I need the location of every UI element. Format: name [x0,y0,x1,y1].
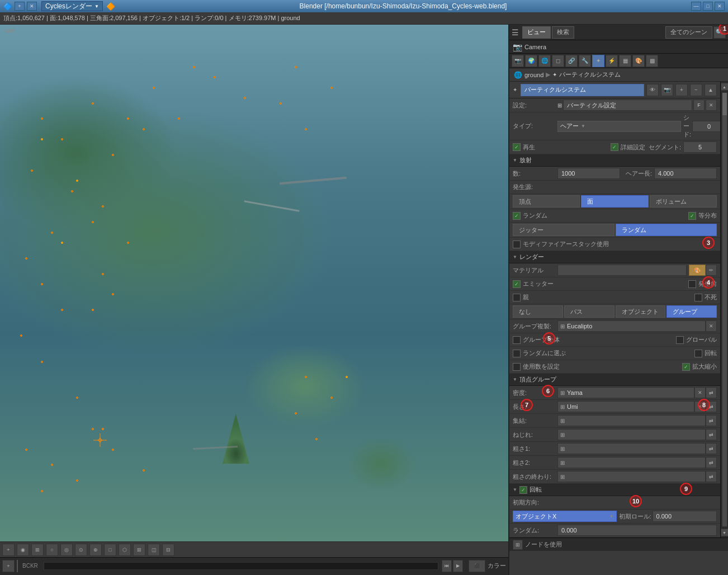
material-field[interactable] [557,265,687,276]
length-field[interactable]: ⊞ Umi [557,401,694,412]
viewport-btn-11[interactable]: ◫ [148,544,160,556]
source-vertex-btn[interactable]: 頂点 [513,195,580,208]
tab-all-scenes[interactable]: 全てのシーン [665,26,712,39]
minimize-btn[interactable]: — [691,2,701,11]
rough2-field[interactable]: ⊞ [557,457,706,468]
render-group-btn[interactable]: グループ [666,305,717,318]
tab-view[interactable]: ビュー [522,26,551,39]
viewport-btn-10[interactable]: ⊞ [133,544,145,556]
emission-section[interactable]: ▼ 放射 [509,154,720,167]
clump-swap-btn[interactable]: ⇄ [706,415,717,426]
render-path-btn[interactable]: パス [564,305,614,318]
modstack-checkbox[interactable] [513,241,521,248]
ps-eye-btn[interactable]: 👁 [646,84,659,96]
vertex-groups-section[interactable]: ▼ 頂点グループ [509,374,720,386]
random-dist-btn[interactable]: ランダム [616,224,717,236]
render-none-btn[interactable]: なし [513,305,563,318]
density-field[interactable]: ⊞ Yama [557,387,694,398]
view-menu[interactable]: + [2,560,15,572]
seed-value[interactable]: 0 [692,121,720,132]
timeline-bar[interactable] [44,562,438,570]
title-btn-1[interactable]: + [15,2,25,11]
length-x-btn[interactable]: ✕ [694,401,706,412]
material-edit-btn[interactable]: ✏ [706,265,717,276]
viewport-btn-9[interactable]: ⬡ [119,544,131,556]
rough1-swap-btn[interactable]: ⇄ [706,443,717,454]
parent-checkbox[interactable] [513,294,521,301]
play-btn[interactable]: ▶ [453,560,463,572]
viewport-btn-8[interactable]: □ [104,544,116,556]
group-dup-field[interactable]: ⊞ Eucalipto [557,321,706,332]
playback-checkbox[interactable]: ✓ [513,143,521,151]
length-swap-btn[interactable]: ⇄ [706,401,717,412]
use-count-checkbox[interactable] [513,363,521,371]
birth-checkbox[interactable] [688,280,696,288]
count-value[interactable]: 1000 [557,168,620,179]
ps-render-btn[interactable]: 📷 [661,84,673,96]
viewport-btn-5[interactable]: ◎ [60,544,73,556]
source-face-btn[interactable]: 面 [581,195,648,208]
rotation-section[interactable]: ▼ ✓ 回転 9 [509,484,720,496]
texture-icon[interactable]: ▩ [646,55,658,67]
emitter-checkbox[interactable]: ✓ [513,280,521,288]
settings-x-btn[interactable]: ✕ [706,100,717,111]
play-start-btn[interactable]: ⏮ [442,560,452,572]
maximize-btn[interactable]: □ [703,2,713,11]
density-x-btn[interactable]: ✕ [694,387,706,398]
viewport-btn-2[interactable]: ◉ [17,544,29,556]
random-checkbox[interactable]: ✓ [513,212,521,220]
detail-checkbox[interactable]: ✓ [611,143,618,151]
twist-swap-btn[interactable]: ⇄ [706,429,717,440]
scroll-down-btn[interactable]: ▼ [721,529,729,536]
material-icon[interactable]: 🎨 [632,55,645,67]
viewport-btn-12[interactable]: ⊟ [162,544,174,556]
rough2-swap-btn[interactable]: ⇄ [706,457,717,468]
viewport-btn-6[interactable]: ⊙ [75,544,87,556]
ps-up-btn[interactable]: ▲ [705,84,717,96]
physics-icon[interactable]: ⚡ [606,55,618,67]
initial-roll-value[interactable]: 0.000 [653,511,717,522]
settings-f-btn[interactable]: F [693,100,705,111]
modifier-icon[interactable]: 🔧 [579,55,591,67]
twist-field[interactable]: ⊞ [557,429,706,440]
rough-end-swap-btn[interactable]: ⇄ [706,471,717,482]
rough1-field[interactable]: ⊞ [557,443,706,454]
rotation-checkbox[interactable]: ✓ [519,486,527,494]
group-x-btn[interactable]: ✕ [706,321,717,332]
world-icon[interactable]: 🌐 [538,55,551,67]
hair-length-value[interactable]: 4.000 [654,168,717,179]
segment-value[interactable]: 5 [683,142,717,153]
mode-dropdown[interactable]: Cyclesレンダー ▼ [41,1,103,11]
type-dropdown[interactable]: ヘアー ▼ [557,121,681,132]
scroll-track[interactable] [722,92,727,527]
render-icon[interactable]: 📷 [512,55,524,67]
panel-menu-icon[interactable]: ☰ [512,28,519,37]
initial-dir-dropdown[interactable]: オブジェクトX ▼ [513,511,617,522]
render-object-btn[interactable]: オブジェクト [616,305,666,318]
particle-icon[interactable]: ✦ [592,55,604,67]
viewport-btn-4[interactable]: ○ [46,544,58,556]
search-btn[interactable]: 🔍 1 [713,26,726,39]
viewport-3d[interactable]: cam + ◉ ⊞ ○ ◎ ⊙ ⊕ □ ⬡ ⊞ ◫ ⊟ + BCKR ⏮ ▶ [0,25,508,575]
rotate-checkbox[interactable] [694,350,702,357]
rot-random-value[interactable]: 0.000 [557,525,717,536]
tab-search[interactable]: 検索 [552,26,574,39]
particle-system-name-field[interactable]: パーティクルシステム [521,84,644,96]
jitter-btn[interactable]: ジッター [513,224,614,236]
right-scrollbar[interactable]: ▲ ▼ [720,82,728,538]
scroll-up-btn[interactable]: ▲ [721,83,729,91]
viewport-btn-7[interactable]: ⊕ [89,544,102,556]
group-all-checkbox[interactable] [513,336,521,344]
immortal-checkbox[interactable] [694,294,702,301]
rand-pick-checkbox[interactable] [513,350,521,357]
title-btn-2[interactable]: ✕ [27,2,37,11]
clump-field[interactable]: ⊞ [557,415,706,426]
settings-name-field[interactable]: バーティクル設定 [563,100,692,111]
render-section[interactable]: ▼ レンダー [509,251,720,263]
close-btn[interactable]: ✕ [715,2,725,11]
viewport-btn-1[interactable]: + [2,544,15,556]
data-icon[interactable]: ▦ [619,55,631,67]
rough-end-field[interactable]: ⊞ [557,471,706,482]
scene-icon[interactable]: 🌍 [525,55,537,67]
panel-scroll-area[interactable]: 設定: ⊞ バーティクル設定 F ✕ タイプ: [509,98,720,538]
